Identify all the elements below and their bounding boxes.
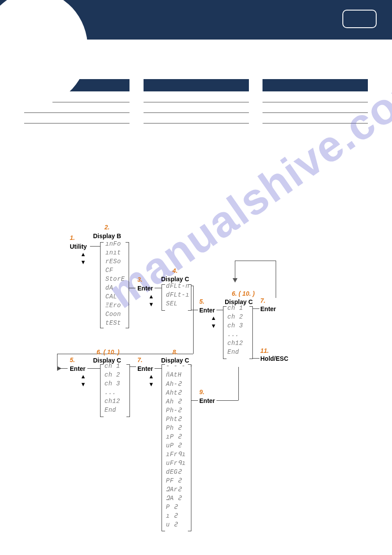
connector-line bbox=[216, 310, 223, 310]
hold-esc-label: Hold/ESC bbox=[260, 355, 288, 362]
up-arrow-icon: ▲ bbox=[80, 373, 86, 380]
enter-label: Enter bbox=[70, 365, 86, 372]
seg-item: Ah-Ƨ bbox=[166, 380, 182, 388]
table-2 bbox=[144, 79, 249, 123]
seg-item: P Ƨ bbox=[166, 503, 178, 511]
seg-item: ıFrᑫı bbox=[166, 450, 186, 458]
seg-item: uP Ƨ bbox=[166, 442, 182, 449]
seg-item: ΞEro bbox=[105, 302, 121, 309]
step-6-10: 6. ( 10. ) bbox=[232, 290, 255, 297]
bracket-right bbox=[249, 306, 253, 359]
table-row bbox=[263, 91, 368, 102]
seg-item: - - - - bbox=[166, 363, 193, 370]
connector-line bbox=[253, 308, 259, 309]
connector-line bbox=[191, 400, 198, 401]
table-3 bbox=[263, 79, 368, 123]
enter-label: Enter bbox=[137, 285, 153, 292]
down-arrow-icon: ▼ bbox=[148, 381, 154, 388]
connector-line bbox=[193, 286, 194, 354]
seg-item: dFLt-ı bbox=[166, 291, 189, 298]
bracket-left bbox=[223, 306, 227, 359]
bracket-right bbox=[126, 364, 130, 417]
seg-item: rESo bbox=[105, 258, 121, 265]
utility-label: Utility bbox=[70, 243, 87, 250]
connector-line bbox=[57, 368, 68, 369]
connector-line bbox=[235, 261, 276, 261]
seg-item: ... bbox=[104, 389, 116, 396]
display-b-label: Display B bbox=[93, 232, 121, 239]
connector-line bbox=[130, 366, 136, 367]
down-arrow-icon: ▼ bbox=[148, 301, 154, 308]
step-6-10-lower: 6. ( 10. ) bbox=[97, 348, 119, 355]
step-3: 3. bbox=[137, 276, 143, 283]
seg-item: dFLt-n bbox=[166, 283, 189, 290]
bracket-left bbox=[100, 364, 104, 417]
step-7-lower: 7. bbox=[137, 356, 143, 363]
header-bar bbox=[0, 0, 392, 40]
seg-item: CAL bbox=[105, 293, 117, 300]
bracket-right bbox=[126, 242, 129, 328]
seg-item: ı Ƨ bbox=[166, 512, 178, 519]
seg-item: CF bbox=[105, 267, 113, 274]
seg-item: ... bbox=[227, 331, 239, 338]
table-header bbox=[77, 79, 129, 91]
display-c-label: Display C bbox=[161, 276, 189, 283]
seg-item: End bbox=[227, 348, 239, 355]
step-5-lower: 5. bbox=[70, 356, 75, 363]
seg-item: SEL bbox=[166, 300, 178, 307]
table-row bbox=[144, 91, 249, 102]
up-arrow-icon: ▲ bbox=[211, 315, 216, 321]
step-4: 4. bbox=[173, 267, 178, 274]
seg-item: ԶArƧ bbox=[166, 486, 182, 493]
step-11: 11. bbox=[260, 347, 269, 354]
seg-item: u Ƨ bbox=[166, 521, 178, 528]
table-row bbox=[144, 102, 249, 112]
connector-line bbox=[238, 367, 239, 400]
seg-item: ch 2 bbox=[227, 313, 243, 320]
connector-line bbox=[276, 261, 276, 298]
seg-item: End bbox=[104, 406, 116, 414]
seg-item: ñAtH bbox=[166, 371, 182, 378]
seg-item: ch 1 bbox=[227, 305, 243, 312]
step-5: 5. bbox=[199, 298, 205, 305]
bracket-right bbox=[188, 364, 191, 531]
seg-item: ınFo bbox=[105, 240, 121, 247]
svg-marker-0 bbox=[233, 278, 237, 283]
step-9: 9. bbox=[199, 388, 205, 395]
table-header bbox=[315, 79, 368, 91]
seg-item: tESt bbox=[105, 319, 121, 326]
seg-item: dEGƧ bbox=[166, 468, 182, 475]
connector-line bbox=[235, 261, 235, 280]
seg-item: ch12 bbox=[227, 340, 243, 347]
enter-label: Enter bbox=[260, 305, 276, 312]
bracket-left bbox=[162, 364, 165, 531]
step-1: 1. bbox=[70, 234, 75, 241]
seg-item: ch12 bbox=[104, 398, 120, 405]
enter-label: Enter bbox=[137, 365, 153, 372]
seg-item: ch 2 bbox=[104, 371, 120, 378]
seg-item: ch 1 bbox=[104, 363, 120, 370]
step-7: 7. bbox=[260, 297, 266, 304]
connector-line bbox=[129, 288, 136, 288]
connector-line bbox=[191, 286, 194, 286]
seg-item: Ah Ƨ bbox=[166, 398, 182, 405]
seg-item: uFrᑫı bbox=[166, 459, 186, 467]
connector-line bbox=[253, 358, 259, 359]
seg-item: StorE bbox=[105, 276, 125, 283]
up-arrow-icon: ▲ bbox=[148, 373, 154, 380]
page-number-box bbox=[342, 10, 377, 28]
seg-item: Ph-Ƨ bbox=[166, 406, 182, 414]
enter-label: Enter bbox=[199, 307, 215, 314]
enter-label: Enter bbox=[199, 397, 215, 404]
bracket-left bbox=[100, 242, 104, 328]
table-row bbox=[263, 112, 368, 123]
up-arrow-icon: ▲ bbox=[80, 251, 86, 258]
connector-line bbox=[57, 354, 58, 367]
connector-line bbox=[155, 288, 162, 288]
seg-item: PF Ƨ bbox=[166, 477, 182, 484]
seg-item: ıP Ƨ bbox=[166, 433, 182, 440]
seg-item: ınıt bbox=[105, 249, 121, 256]
down-arrow-icon: ▼ bbox=[80, 259, 86, 265]
table-row bbox=[24, 112, 129, 123]
table-header bbox=[196, 79, 249, 91]
